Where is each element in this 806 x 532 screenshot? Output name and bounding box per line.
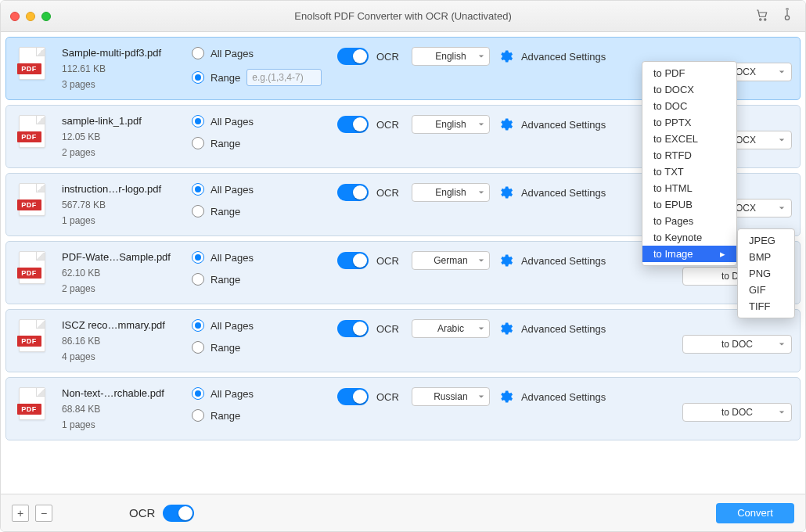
range-radio[interactable] — [192, 273, 204, 286]
all-pages-radio[interactable] — [192, 319, 204, 332]
gear-icon[interactable] — [498, 49, 513, 64]
chevron-down-icon — [779, 203, 785, 214]
all-pages-radio[interactable] — [192, 251, 204, 264]
gear-icon[interactable] — [498, 321, 513, 336]
range-radio[interactable] — [192, 137, 204, 149]
format-select[interactable]: to DOC — [682, 335, 792, 354]
image-format-item[interactable]: BMP — [738, 249, 794, 265]
pages-group: All PagesRange — [192, 251, 325, 286]
file-row[interactable]: PDFNon-text-…rchable.pdf68.84 KB1 pagesA… — [5, 377, 801, 440]
advanced-settings-label[interactable]: Advanced Settings — [521, 51, 606, 63]
advanced-settings-label[interactable]: Advanced Settings — [521, 119, 606, 131]
all-pages-label: All Pages — [210, 388, 254, 400]
language-select[interactable]: English — [412, 183, 490, 202]
format-menu[interactable]: to PDFto DOCXto DOCto PPTXto EXCELto RTF… — [642, 61, 737, 266]
file-name: instruction…r-logo.pdf — [62, 183, 179, 195]
ocr-toggle[interactable] — [337, 48, 369, 65]
language-select[interactable]: English — [412, 115, 490, 134]
range-radio[interactable] — [192, 205, 204, 217]
file-size: 68.84 KB — [62, 404, 179, 415]
pdf-band: PDF — [17, 268, 41, 279]
language-select[interactable]: Russian — [412, 387, 490, 406]
file-meta: Non-text-…rchable.pdf68.84 KB1 pages — [62, 387, 179, 430]
format-menu-item[interactable]: to DOC — [642, 98, 736, 114]
file-row[interactable]: PDFISCZ reco…mmary.pdf86.16 KB4 pagesAll… — [5, 309, 801, 372]
range-label: Range — [210, 138, 240, 149]
chevron-down-icon — [478, 255, 484, 266]
zoom-window-button[interactable] — [41, 12, 51, 21]
format-menu-item[interactable]: to DOCX — [642, 81, 736, 98]
pdf-band: PDF — [17, 404, 41, 415]
format-menu-item[interactable]: to PPTX — [642, 114, 736, 131]
chevron-down-icon — [478, 187, 484, 198]
image-format-item[interactable]: GIF — [738, 282, 794, 298]
image-format-item[interactable]: TIFF — [738, 298, 794, 315]
language-select[interactable]: German — [412, 251, 490, 270]
window-title: Enolsoft PDF Converter with OCR (Unactiv… — [1, 10, 805, 22]
range-radio[interactable] — [192, 341, 204, 354]
chevron-down-icon — [779, 339, 785, 350]
ocr-toggle[interactable] — [337, 320, 369, 337]
ocr-toggle[interactable] — [337, 116, 369, 133]
add-file-button[interactable]: + — [12, 505, 29, 522]
image-format-item[interactable]: JPEG — [738, 232, 794, 249]
language-select[interactable]: English — [412, 47, 490, 66]
format-menu-item[interactable]: to HTML — [642, 180, 736, 196]
advanced-settings-label[interactable]: Advanced Settings — [521, 323, 606, 335]
chevron-down-icon — [478, 323, 484, 334]
bottom-ocr-toggle[interactable] — [163, 505, 194, 522]
row-options: OCRArabicAdvanced Settings — [337, 319, 670, 338]
image-format-item[interactable]: PNG — [738, 265, 794, 282]
format-menu-item[interactable]: to EXCEL — [642, 131, 736, 147]
advanced-settings-label[interactable]: Advanced Settings — [521, 255, 606, 267]
advanced-settings-label[interactable]: Advanced Settings — [521, 187, 606, 199]
convert-button[interactable]: Convert — [716, 503, 794, 523]
all-pages-radio[interactable] — [192, 115, 204, 128]
minimize-window-button[interactable] — [26, 12, 35, 21]
cart-icon[interactable] — [755, 8, 769, 24]
format-menu-item[interactable]: to Keynote — [642, 229, 736, 246]
format-select[interactable]: to DOC — [682, 403, 792, 422]
format-menu-item[interactable]: to RTFD — [642, 147, 736, 164]
language-value: German — [434, 255, 467, 266]
gear-icon[interactable] — [498, 253, 513, 268]
file-pages: 1 pages — [62, 215, 179, 226]
file-name: Non-text-…rchable.pdf — [62, 387, 179, 399]
file-meta: sample-link_1.pdf12.05 KB2 pages — [62, 115, 179, 158]
range-label: Range — [210, 206, 240, 217]
pdf-thumb: PDF — [14, 387, 49, 420]
pdf-thumb: PDF — [14, 319, 49, 352]
range-input[interactable]: e.g.(1,3,4-7) — [246, 69, 322, 86]
format-menu-item[interactable]: to Image▸ — [642, 246, 736, 262]
close-window-button[interactable] — [10, 12, 20, 21]
chevron-right-icon: ▸ — [720, 248, 725, 260]
svg-point-0 — [760, 19, 761, 20]
all-pages-radio[interactable] — [192, 183, 204, 196]
range-radio[interactable] — [192, 71, 204, 84]
range-radio[interactable] — [192, 409, 204, 422]
language-select[interactable]: Arabic — [412, 319, 490, 338]
gear-icon[interactable] — [498, 185, 513, 200]
format-menu-item[interactable]: to EPUB — [642, 196, 736, 213]
format-menu-item[interactable]: to PDF — [642, 65, 736, 81]
all-pages-radio[interactable] — [192, 47, 204, 59]
format-menu-item[interactable]: to Pages — [642, 213, 736, 229]
range-label: Range — [210, 72, 240, 84]
pages-group: All PagesRange — [192, 387, 325, 422]
ocr-toggle[interactable] — [337, 252, 369, 269]
advanced-settings-label[interactable]: Advanced Settings — [521, 391, 606, 403]
row-options: OCREnglishAdvanced Settings — [337, 47, 670, 66]
ocr-toggle[interactable] — [337, 184, 369, 201]
file-name: Sample-multi-pdf3.pdf — [62, 47, 179, 59]
all-pages-radio[interactable] — [192, 387, 204, 400]
remove-file-button[interactable]: − — [35, 505, 52, 522]
file-name: ISCZ reco…mmary.pdf — [62, 319, 179, 331]
image-submenu[interactable]: JPEGBMPPNGGIFTIFF — [737, 228, 795, 318]
file-size: 62.10 KB — [62, 268, 179, 279]
gear-icon[interactable] — [498, 389, 513, 404]
thermometer-icon[interactable] — [780, 8, 794, 24]
gear-icon[interactable] — [498, 117, 513, 132]
format-menu-item[interactable]: to TXT — [642, 164, 736, 180]
ocr-toggle[interactable] — [337, 388, 369, 405]
window-controls — [10, 12, 51, 21]
